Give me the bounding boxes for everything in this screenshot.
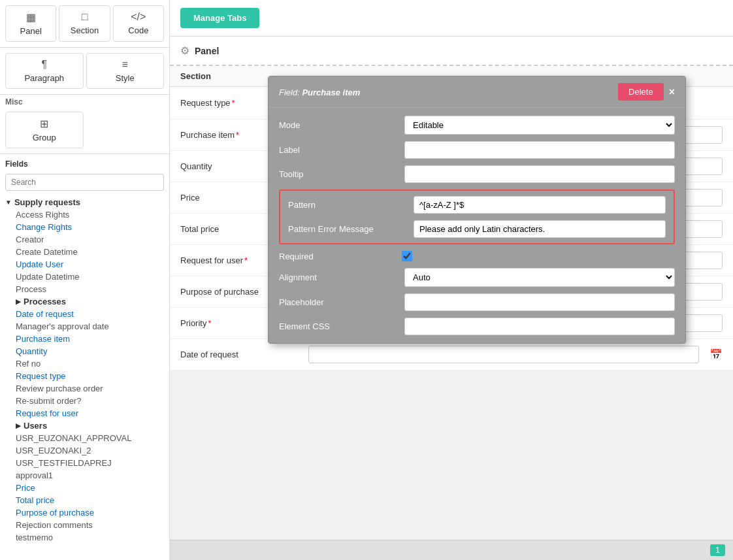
tree-child-process[interactable]: Process: [5, 283, 164, 295]
modal-title-prefix: Field:: [279, 88, 302, 97]
required-star: *: [232, 98, 235, 108]
style-icon: ≡: [122, 59, 128, 71]
tree-child-purchase-item[interactable]: Purchase item: [5, 333, 164, 345]
gear-icon: ⚙: [180, 44, 189, 57]
paragraph-icon-item[interactable]: ¶ Paragraph: [5, 53, 84, 89]
modal-row-placeholder: Placeholder: [279, 293, 675, 311]
required-star-3: *: [244, 255, 248, 265]
tree-child-update-user[interactable]: Update User: [5, 258, 164, 271]
date-of-request-label: Date of request: [180, 350, 298, 359]
tree-child-managers-approval[interactable]: Manager's approval date: [5, 320, 164, 333]
code-icon: </>: [131, 11, 146, 23]
tree-subparent-users[interactable]: ▶ Users: [5, 420, 164, 432]
tree-child-access-rights[interactable]: Access Rights: [5, 208, 164, 221]
close-button[interactable]: ×: [669, 86, 675, 98]
required-star-4: *: [208, 318, 211, 328]
panel-title: Panel: [195, 46, 219, 56]
misc-icons: ⊞ Group: [0, 109, 169, 154]
manage-tabs-button[interactable]: Manage Tabs: [180, 8, 259, 28]
tree-child-purpose-of-purchase[interactable]: Purpose of purchase: [5, 506, 164, 519]
panel-label: Panel: [20, 26, 42, 36]
main-content: Manage Tabs ⚙ Panel Section Request type…: [170, 0, 733, 560]
users-label: Users: [24, 421, 47, 431]
tree-child-creator[interactable]: Creator: [5, 233, 164, 246]
form-area: ⚙ Panel Section Request type* Purchase i…: [170, 37, 733, 540]
subparent-arrow: ▶: [16, 298, 21, 305]
users-arrow: ▶: [16, 422, 21, 429]
fields-label: Fields: [0, 154, 169, 171]
modal-tooltip-input[interactable]: [404, 165, 675, 183]
tree-child-usr-testfieldaprej[interactable]: USR_TESTFIELDAPREJ: [5, 457, 164, 469]
tree-child-date-of-request[interactable]: Date of request: [5, 308, 164, 320]
modal-mode-label: Mode: [279, 120, 397, 130]
panel-icon-item[interactable]: ▦ Panel: [5, 5, 56, 42]
style-label: Style: [116, 73, 135, 83]
tree-parent-supply-requests[interactable]: ▼ Supply requests: [5, 196, 164, 208]
tree-parent-label: Supply requests: [14, 197, 80, 207]
group-icon-item[interactable]: ⊞ Group: [5, 112, 84, 148]
field-modal: Field: Purchase item Delete × Mode Edita…: [268, 76, 686, 344]
tree-child-change-rights[interactable]: Change Rights: [5, 221, 164, 233]
modal-row-mode: Mode Editable Read-only Hidden: [279, 116, 675, 135]
group-icon: ⊞: [40, 118, 48, 130]
modal-pattern-input[interactable]: [414, 196, 666, 214]
modal-placeholder-input[interactable]: [404, 293, 675, 311]
delete-button[interactable]: Delete: [618, 83, 664, 101]
tree-child-usr-euzonaki-approval[interactable]: USR_EUZONAKI_APPROVAL: [5, 432, 164, 444]
style-icon-item[interactable]: ≡ Style: [86, 53, 165, 89]
tree-child-create-datetime[interactable]: Create Datetime: [5, 246, 164, 258]
tree-child-request-type[interactable]: Request type: [5, 370, 164, 382]
modal-alignment-label: Alignment: [279, 272, 397, 282]
tree-child-rejection-comments[interactable]: Rejection comments: [5, 519, 164, 531]
modal-row-element-css: Element CSS: [279, 318, 675, 335]
modal-element-css-input[interactable]: [404, 318, 675, 335]
paragraph-label: Paragraph: [24, 73, 64, 83]
search-input[interactable]: [5, 174, 164, 191]
modal-element-css-label: Element CSS: [279, 321, 397, 331]
panel-icon: ▦: [26, 11, 36, 24]
code-icon-item[interactable]: </> Code: [113, 5, 164, 42]
tree-child-ref-no[interactable]: Ref no: [5, 357, 164, 370]
tree-child-review-purchase-order[interactable]: Review purchase order: [5, 382, 164, 395]
modal-row-required: Required: [279, 251, 675, 261]
modal-header-right: Delete ×: [618, 83, 675, 101]
sidebar: ▦ Panel □ Section </> Code ¶ Paragraph ≡…: [0, 0, 170, 560]
modal-label-label: Label: [279, 145, 397, 155]
modal-required-checkbox[interactable]: [402, 251, 412, 261]
tree-child-price[interactable]: Price: [5, 482, 164, 494]
pattern-section: Pattern Pattern Error Message: [279, 189, 675, 244]
modal-row-tooltip: Tooltip: [279, 165, 675, 183]
modal-placeholder-label: Placeholder: [279, 297, 397, 307]
tree-child-total-price[interactable]: Total price: [5, 494, 164, 506]
modal-row-pattern: Pattern: [288, 196, 666, 214]
tree-child-testmemo[interactable]: testmemo: [5, 531, 164, 544]
calendar-icon[interactable]: 📅: [709, 348, 723, 361]
subparent-label: Processes: [24, 297, 66, 306]
modal-body: Mode Editable Read-only Hidden Label Too…: [269, 108, 685, 343]
modal-header: Field: Purchase item Delete ×: [269, 76, 685, 108]
tree-subparent-processes[interactable]: ▶ Processes: [5, 295, 164, 308]
form-row-date-of-request: Date of request 📅: [170, 339, 733, 371]
modal-row-pattern-error: Pattern Error Message: [288, 220, 666, 238]
tree-child-resubmit-order[interactable]: Re-submit order?: [5, 395, 164, 407]
code-label: Code: [128, 25, 148, 35]
tree-child-approval1[interactable]: approval1: [5, 469, 164, 482]
group-label: Group: [33, 133, 56, 142]
tree-child-quantity[interactable]: Quantity: [5, 345, 164, 357]
modal-field-name: Purchase item: [302, 88, 360, 97]
modal-pattern-error-input[interactable]: [414, 220, 666, 238]
panel-header: ⚙ Panel: [170, 37, 733, 66]
tree-child-request-for-user[interactable]: Request for user: [5, 407, 164, 420]
modal-mode-select[interactable]: Editable Read-only Hidden: [404, 116, 675, 135]
modal-label-input[interactable]: [404, 141, 675, 159]
modal-title: Field: Purchase item: [279, 87, 360, 97]
section-icon-item[interactable]: □ Section: [59, 5, 110, 42]
tree-child-usr-euzonaki-2[interactable]: USR_EUZONAKI_2: [5, 444, 164, 457]
bottom-bar: 1: [170, 540, 733, 560]
modal-row-alignment: Alignment Auto Left Center Right: [279, 268, 675, 287]
component-icons-row2: ¶ Paragraph ≡ Style: [0, 48, 169, 95]
modal-alignment-select[interactable]: Auto Left Center Right: [404, 268, 675, 287]
modal-required-label: Required: [279, 252, 397, 261]
tree-child-update-datetime[interactable]: Update Datetime: [5, 271, 164, 283]
date-of-request-input[interactable]: [308, 346, 699, 363]
